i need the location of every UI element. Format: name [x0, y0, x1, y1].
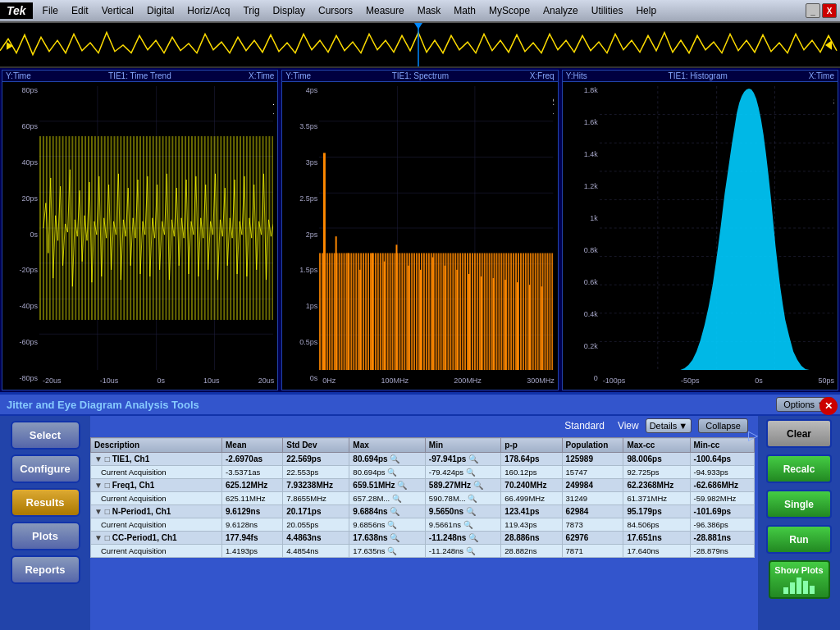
svg-rect-39 [432, 258, 434, 370]
plot1-x-axis: -20us -10us 0s 10us 20us [39, 377, 277, 385]
menu-analyze[interactable]: Analyze [536, 0, 585, 22]
results-table-container[interactable]: Description Mean Std Dev Max Min p-p Pop… [90, 437, 755, 558]
plot3-x-label: X:Time [809, 71, 834, 80]
plot2-header: Y:Time TIE1: Spectrum X:Freq [282, 71, 557, 82]
svg-rect-42 [468, 274, 470, 370]
bar-chart-icon [783, 578, 815, 594]
menu-trig[interactable]: Trig [236, 0, 266, 22]
table-row: Current Acquisition-3.5371as22.553ps80.6… [91, 466, 755, 479]
svg-rect-30 [323, 153, 326, 370]
plot1-svg: // Generated as inline content via JS [39, 86, 273, 370]
svg-rect-41 [457, 270, 459, 370]
svg-rect-36 [396, 244, 398, 370]
bottom-panel: Jitter and Eye Diagram Analysis Tools Op… [0, 392, 840, 630]
select-button[interactable]: Select [11, 421, 80, 450]
col-population: Population [562, 438, 623, 453]
waveform-svg [0, 23, 840, 66]
col-description: Description [91, 438, 222, 453]
menu-edit[interactable]: Edit [65, 0, 95, 22]
results-table: Description Mean Std Dev Max Min p-p Pop… [90, 437, 755, 558]
svg-rect-33 [360, 270, 362, 370]
menu-mask[interactable]: Mask [411, 0, 448, 22]
run-button[interactable]: Run [766, 525, 832, 554]
menu-display[interactable]: Display [267, 0, 312, 22]
plot1-canvas: 1 + 80ps 60ps 40ps 20ps 0s -20ps -40ps -… [2, 82, 277, 386]
menu-digital[interactable]: Digital [140, 0, 180, 22]
menu-vertical[interactable]: Vertical [95, 0, 140, 22]
plot-time-trend: Y:Time TIE1: Time Trend X:Time 1 + 80ps … [2, 70, 278, 390]
plot1-title: TIE1: Time Trend [108, 71, 171, 80]
plot1-header: Y:Time TIE1: Time Trend X:Time [2, 71, 277, 82]
reports-button[interactable]: Reports [11, 555, 80, 584]
expand-icon[interactable]: ▼ □ [94, 481, 110, 490]
single-button[interactable]: Single [766, 490, 832, 518]
svg-rect-34 [372, 253, 373, 370]
plot2-canvas: 2 + 4ps 3.5ps 3ps 2.5ps 2ps 1.5ps 1ps 0.… [282, 82, 557, 386]
plot3-x-axis: -100ps -50ps 0s 50ps [600, 377, 838, 385]
table-row: ▼ □TIE1, Ch1-2.6970as22.569ps80.694ps 🔍-… [91, 453, 755, 466]
table-row: ▼ □CC-Period1, Ch1177.94fs4.4863ns17.638… [91, 532, 755, 545]
col-min: Min [425, 438, 500, 453]
table-row: ▼ □N-Period1, Ch19.6129ns20.171ps9.6884n… [91, 505, 755, 518]
show-plots-button[interactable]: Show Plots [769, 560, 830, 599]
col-max: Max [349, 438, 425, 453]
svg-rect-16 [39, 86, 273, 370]
menu-math[interactable]: Math [447, 0, 482, 22]
configure-button[interactable]: Configure [11, 454, 80, 483]
menu-myscope[interactable]: MyScope [482, 0, 536, 22]
minimize-button[interactable]: _ [806, 3, 820, 18]
waveform-overview [0, 23, 840, 68]
svg-rect-45 [505, 280, 507, 370]
expand-icon[interactable]: ▼ □ [94, 454, 110, 463]
menu-help[interactable]: Help [629, 0, 663, 22]
menu-bar: Tek File Edit Vertical Digital Horiz/Acq… [0, 0, 840, 23]
nav-arrow[interactable]: ▷ [748, 427, 758, 443]
svg-rect-46 [517, 282, 518, 370]
svg-rect-44 [493, 278, 495, 370]
plots-area: Y:Time TIE1: Time Trend X:Time 1 + 80ps … [0, 68, 840, 392]
right-sidebar: Clear Recalc Single Run Show Plots [758, 395, 840, 630]
menu-utilities[interactable]: Utilities [585, 0, 630, 22]
col-pp: p-p [501, 438, 562, 453]
window-controls: _ X [806, 3, 840, 18]
panel-close-button[interactable]: ✕ [819, 397, 838, 415]
plots-button[interactable]: Plots [11, 522, 80, 550]
clear-button[interactable]: Clear [766, 419, 832, 448]
view-dropdown[interactable]: Details ▼ [646, 418, 692, 433]
panel-title-bar: Jitter and Eye Diagram Analysis Tools Op… [0, 395, 840, 416]
app-logo: Tek [0, 2, 33, 19]
plot2-y-axis: 4ps 3.5ps 3ps 2.5ps 2ps 1.5ps 1ps 0.5ps … [282, 82, 319, 386]
collapse-button[interactable]: Collapse [698, 418, 748, 433]
plot3-header: Y:Hits TIE1: Histogram X:Time [563, 71, 838, 82]
plot1-x-label: X:Time [249, 71, 274, 80]
plot-spectrum: Y:Time TIE1: Spectrum X:Freq 2 + 4ps 3.5… [281, 70, 558, 390]
svg-rect-40 [445, 266, 446, 370]
table-row: Current Acquisition625.11MHz7.8655MHz657… [91, 492, 755, 505]
plot2-x-label: X:Freq [530, 71, 555, 80]
col-mean: Mean [222, 438, 283, 453]
plot3-title: TIE1: Histogram [669, 71, 728, 80]
expand-icon[interactable]: ▼ □ [94, 507, 110, 516]
svg-rect-35 [384, 262, 386, 370]
expand-icon[interactable]: ▼ □ [94, 533, 110, 542]
plot3-y-label: Y:Hits [566, 71, 587, 80]
recalc-button[interactable]: Recalc [766, 454, 832, 483]
close-button[interactable]: X [822, 3, 837, 18]
plot3-canvas: 3 + 1.8k 1.6k 1.4k 1.2k 1k 0.8k 0.6k 0.4… [563, 82, 838, 386]
menu-file[interactable]: File [36, 0, 65, 22]
plot2-svg [319, 86, 553, 370]
menu-cursors[interactable]: Cursors [312, 0, 359, 22]
table-row: Current Acquisition1.4193ps4.4854ns17.63… [91, 545, 755, 558]
plot3-inner [600, 86, 833, 370]
plot2-inner [319, 86, 553, 370]
svg-rect-37 [409, 266, 410, 370]
results-button[interactable]: Results [11, 488, 80, 517]
view-bar: Standard View Details ▼ Collapse [90, 416, 755, 436]
left-sidebar: Select Configure Results Plots Reports [0, 395, 90, 630]
plot1-inner: // Generated as inline content via JS [39, 86, 273, 370]
svg-rect-32 [348, 253, 349, 370]
menu-horiz-acq[interactable]: Horiz/Acq [180, 0, 236, 22]
menu-measure[interactable]: Measure [359, 0, 411, 22]
view-label: View [618, 420, 639, 431]
plot3-y-axis: 1.8k 1.6k 1.4k 1.2k 1k 0.8k 0.6k 0.4k 0.… [563, 82, 600, 386]
